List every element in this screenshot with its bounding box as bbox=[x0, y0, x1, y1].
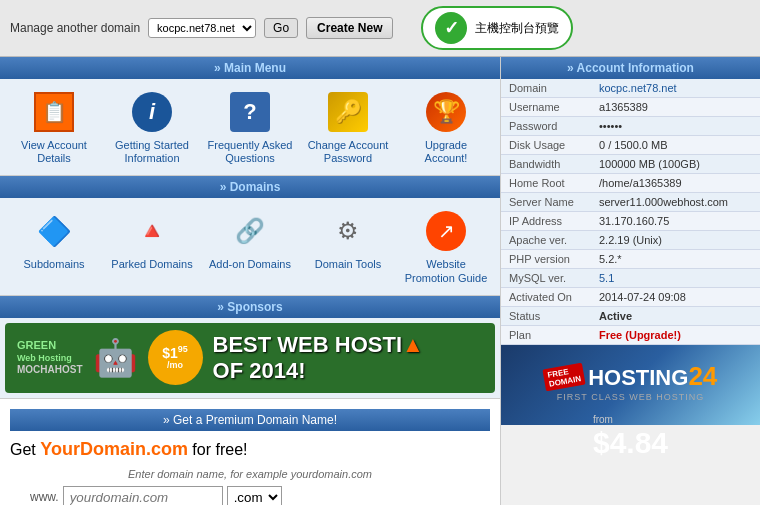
tld-select[interactable]: .com .net .org bbox=[227, 486, 282, 505]
domain-name-input[interactable] bbox=[63, 486, 223, 505]
domain-hint: Enter domain name, for example yourdomai… bbox=[10, 468, 490, 480]
servername-value-cell: server11.000webhost.com bbox=[591, 193, 760, 212]
premium-domain-section: » Get a Premium Domain Name! Get YourDom… bbox=[0, 399, 500, 505]
bandwidth-value-cell: 100000 MB (100GB) bbox=[591, 155, 760, 174]
table-row: Home Root /home/a1365389 bbox=[501, 174, 760, 193]
www-label: www. bbox=[30, 490, 59, 504]
homeroot-value-cell: /home/a1365389 bbox=[591, 174, 760, 193]
account-info-header: » Account Information bbox=[501, 57, 760, 79]
hosting24-logo: HOSTING24 bbox=[588, 361, 717, 392]
create-new-button[interactable]: Create New bbox=[306, 17, 393, 39]
domain-input-row: www. .com .net .org bbox=[10, 486, 490, 505]
php-label-cell: PHP version bbox=[501, 250, 591, 269]
promo-icon: ↗ bbox=[426, 211, 466, 251]
mascot-icon: 🤖 bbox=[93, 337, 138, 379]
preview-text: 主機控制台預覽 bbox=[475, 20, 559, 37]
plan-label-cell: Plan bbox=[501, 326, 591, 345]
menu-item-addon[interactable]: 🔗 Add-on Domains bbox=[208, 208, 293, 284]
trophy-icon: 🏆 bbox=[426, 92, 466, 132]
domain-select[interactable]: kocpc.net78.net bbox=[148, 18, 256, 38]
domain-tools-icon-wrap: ⚙ bbox=[325, 208, 371, 254]
banner-text-main: BEST WEB HOSTI▲ bbox=[213, 332, 424, 358]
plan-value-cell[interactable]: Free (Upgrade!) bbox=[591, 326, 760, 345]
menu-item-faq[interactable]: ? Frequently Asked Questions bbox=[208, 89, 293, 165]
domain-value-cell: kocpc.net78.net bbox=[591, 79, 760, 98]
username-value-cell: a1365389 bbox=[591, 98, 760, 117]
homeroot-label-cell: Home Root bbox=[501, 174, 591, 193]
table-row: Password •••••• bbox=[501, 117, 760, 136]
status-label-cell: Status bbox=[501, 307, 591, 326]
premium-text: Get YourDomain.com for free! bbox=[10, 439, 490, 460]
sponsors-title: » Sponsors bbox=[217, 300, 282, 314]
upgrade-label: Upgrade Account! bbox=[404, 139, 489, 165]
getting-started-label: Getting Started Information bbox=[110, 139, 195, 165]
domains-grid: 🔷 Subdomains 🔺 Parked Domains 🔗 Add-on D… bbox=[0, 198, 500, 295]
mysql-value-cell: 5.1 bbox=[591, 269, 760, 288]
top-bar: Manage another domain kocpc.net78.net Go… bbox=[0, 0, 760, 57]
main-menu-grid: 📋 View Account Details i Getting Started… bbox=[0, 79, 500, 176]
faq-icon-wrap: ? bbox=[227, 89, 273, 135]
sponsor-banner[interactable]: GREEN Web Hosting MOCHAHOST 🤖 $195 /mo B… bbox=[5, 323, 495, 393]
domain-tools-label: Domain Tools bbox=[315, 258, 381, 271]
premium-header: » Get a Premium Domain Name! bbox=[10, 409, 490, 431]
subdomains-icon-wrap: 🔷 bbox=[31, 208, 77, 254]
table-row: Bandwidth 100000 MB (100GB) bbox=[501, 155, 760, 174]
upgrade-icon-wrap: 🏆 bbox=[423, 89, 469, 135]
menu-item-change-password[interactable]: 🔑 Change Account Password bbox=[306, 89, 391, 165]
table-row: Server Name server11.000webhost.com bbox=[501, 193, 760, 212]
table-row: Status Active bbox=[501, 307, 760, 326]
menu-item-website-promo[interactable]: ↗ Website Promotion Guide bbox=[404, 208, 489, 284]
ip-label-cell: IP Address bbox=[501, 212, 591, 231]
change-password-label: Change Account Password bbox=[306, 139, 391, 165]
sponsors-content: GREEN Web Hosting MOCHAHOST 🤖 $195 /mo B… bbox=[0, 318, 500, 399]
price-badge: $195 /mo bbox=[148, 330, 203, 385]
menu-item-parked[interactable]: 🔺 Parked Domains bbox=[110, 208, 195, 284]
domains-header: » Domains bbox=[0, 176, 500, 198]
ip-value-cell: 31.170.160.75 bbox=[591, 212, 760, 231]
manage-domain-label: Manage another domain bbox=[10, 21, 140, 35]
getting-started-icon-wrap: i bbox=[129, 89, 175, 135]
servername-label-cell: Server Name bbox=[501, 193, 591, 212]
upgrade-plan-link[interactable]: Free (Upgrade!) bbox=[599, 329, 681, 341]
addon-icon: 🔗 bbox=[230, 211, 270, 251]
hosting-tagline: FIRST CLASS WEB HOSTING bbox=[557, 392, 704, 402]
sponsors-header: » Sponsors bbox=[0, 296, 500, 318]
activated-label-cell: Activated On bbox=[501, 288, 591, 307]
table-row: Plan Free (Upgrade!) bbox=[501, 326, 760, 345]
username-label-cell: Username bbox=[501, 98, 591, 117]
premium-highlight: YourDomain.com bbox=[40, 439, 188, 459]
main-menu-title: » Main Menu bbox=[214, 61, 286, 75]
hosting-price-area: from $4.84 bbox=[593, 412, 668, 460]
table-row: MySQL ver. 5.1 bbox=[501, 269, 760, 288]
table-row: Username a1365389 bbox=[501, 98, 760, 117]
checklist-icon: 📋 bbox=[34, 92, 74, 132]
bandwidth-label-cell: Bandwidth bbox=[501, 155, 591, 174]
left-panel: » Main Menu 📋 View Account Details i Get… bbox=[0, 57, 500, 505]
table-row: PHP version 5.2.* bbox=[501, 250, 760, 269]
check-icon bbox=[435, 12, 467, 44]
hosting-banner[interactable]: FREEDOMAIN HOSTING24 FIRST CLASS WEB HOS… bbox=[501, 345, 760, 425]
mysql-link[interactable]: 5.1 bbox=[599, 272, 614, 284]
menu-item-view-account[interactable]: 📋 View Account Details bbox=[12, 89, 97, 165]
main-menu-header: » Main Menu bbox=[0, 57, 500, 79]
domain-link[interactable]: kocpc.net78.net bbox=[599, 82, 677, 94]
domains-title: » Domains bbox=[220, 180, 281, 194]
table-row: IP Address 31.170.160.75 bbox=[501, 212, 760, 231]
arrows-icon: 🔺 bbox=[132, 211, 172, 251]
account-table: Domain kocpc.net78.net Username a1365389… bbox=[501, 79, 760, 345]
hosting-price: $4.84 bbox=[593, 426, 668, 460]
menu-item-subdomains[interactable]: 🔷 Subdomains bbox=[12, 208, 97, 284]
promo-label: Website Promotion Guide bbox=[404, 258, 489, 284]
premium-post: for free! bbox=[188, 441, 248, 458]
domain-label-cell: Domain bbox=[501, 79, 591, 98]
go-button[interactable]: Go bbox=[264, 18, 298, 38]
menu-item-domain-tools[interactable]: ⚙ Domain Tools bbox=[306, 208, 391, 284]
question-icon: ? bbox=[230, 92, 270, 132]
apache-value-cell: 2.2.19 (Unix) bbox=[591, 231, 760, 250]
view-account-icon: 📋 bbox=[31, 89, 77, 135]
banner-text-year: OF 2014! bbox=[213, 358, 424, 384]
mysql-label-cell: MySQL ver. bbox=[501, 269, 591, 288]
menu-item-getting-started[interactable]: i Getting Started Information bbox=[110, 89, 195, 165]
menu-item-upgrade[interactable]: 🏆 Upgrade Account! bbox=[404, 89, 489, 165]
from-label: from bbox=[593, 414, 613, 425]
